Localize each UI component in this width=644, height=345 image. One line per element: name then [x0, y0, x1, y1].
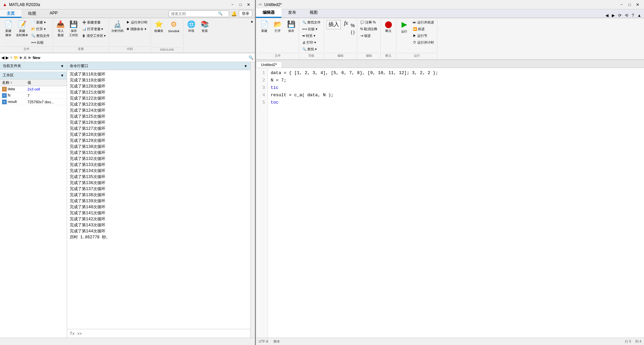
nav-back-button[interactable]: ◀	[1, 55, 4, 60]
open-button[interactable]: 📂 打开 ▾	[30, 26, 51, 32]
new-button[interactable]: 📄 新建 ▾	[30, 19, 51, 25]
resources-button[interactable]: 📚 资源	[198, 19, 211, 36]
tab-home[interactable]: 主页	[0, 9, 21, 18]
new-live-script-button[interactable]: 📝 新建实时脚本	[15, 19, 29, 38]
current-folder-menu-button[interactable]: ▼	[60, 64, 64, 68]
current-folder-label: 当前文件夹	[3, 63, 21, 68]
tab-publish[interactable]: 发布	[281, 8, 303, 18]
editor-indent-button[interactable]: ⇥ 缩进	[359, 33, 379, 39]
nav-folder-button[interactable]: 📁	[13, 55, 18, 60]
clear-workspace-button[interactable]: 🗑 清空工作区 ▾	[80, 33, 108, 39]
open-variable-button[interactable]: 📊 打开变量 ▾	[80, 26, 108, 32]
editor-breakpoint-button[interactable]: ⬤ 断点	[382, 19, 395, 36]
editor-save-button[interactable]: 💾 保存	[285, 19, 298, 36]
environment-button[interactable]: 🌐 环境	[185, 19, 198, 36]
editor-arrow-button[interactable]: ▲	[636, 13, 643, 18]
cmd-line: 完成了第126次循环	[70, 120, 248, 126]
file-tab-untitled2[interactable]: Untitled2*	[256, 61, 282, 68]
editor-goto-button[interactable]: ➡ 转至 ▾	[301, 33, 322, 39]
clear-command-button[interactable]: ✖ 清除命令 ▾	[125, 26, 149, 32]
editor-run-advance-button[interactable]: ⏭ 运行并前进	[411, 19, 436, 25]
editor-new-button[interactable]: 📄 新建	[258, 19, 271, 36]
code-line[interactable]: data = { [1, 2, 3, 4], [5, 6, 7, 8], [9,…	[271, 69, 641, 77]
code-line[interactable]: toc	[271, 99, 641, 106]
group-label-variable: 变量	[54, 46, 108, 51]
cmd-line: 完成了第142次循环	[70, 216, 248, 222]
editor-comment-button[interactable]: 💬 注释 %	[359, 19, 379, 25]
new-variable-button[interactable]: ➕ 新建变量	[80, 19, 108, 25]
code-line[interactable]: tic	[271, 84, 641, 92]
cmd-scrollbar[interactable]	[250, 62, 255, 338]
editor-ribbon-btn3[interactable]: ⟳	[617, 13, 623, 18]
code-content[interactable]: data = { [1, 2, 3, 4], [5, 6, 7, 8], [9,…	[268, 68, 644, 338]
run-and-time-button[interactable]: ▶ 运行并计时	[125, 19, 149, 25]
col-name[interactable]: 名称 ↑	[0, 79, 25, 86]
workspace-row[interactable]: nresult725760x7 dou...	[0, 99, 67, 105]
path-search-button[interactable]: 🔍	[249, 55, 254, 60]
login-button[interactable]: 登录	[239, 10, 252, 17]
col-value[interactable]: 值	[25, 79, 67, 86]
workspace-table: 名称 ↑ 值 cdata2x3 cellnN7nresult725760x7 d…	[0, 79, 67, 105]
bell-icon[interactable]: 🔔	[231, 11, 237, 16]
code-line[interactable]: result = c_a( data, N );	[271, 92, 641, 99]
path-separator2: ▶	[29, 55, 31, 60]
editor-advance-button[interactable]: ⏩ 前进	[411, 26, 436, 32]
new-script-button[interactable]: 📄 新建脚本	[2, 19, 15, 38]
folder-label: New	[33, 56, 40, 60]
editor-ribbon-btn4[interactable]: ⟲	[624, 13, 630, 18]
cmd-content[interactable]: 完成了第118次循环完成了第119次循环完成了第120次循环完成了第121次循环…	[67, 70, 250, 329]
compare-button[interactable]: ⟺ 比较	[30, 40, 51, 46]
editor-run-time-button[interactable]: ⏱ 运行并计时	[411, 40, 436, 46]
editor-ribbon-btn1[interactable]: ◀	[604, 13, 610, 18]
editor-bracket-button[interactable]: { }	[350, 29, 355, 35]
tab-view[interactable]: 视图	[303, 8, 324, 18]
cmd-label: 命令行窗口	[70, 63, 88, 68]
editor-maximize-button[interactable]: □	[626, 2, 633, 8]
left-ribbon-toolbar: 📄 新建脚本 📝 新建实时脚本 📄 新建 ▾ 📂 打开 ▾ 🔍 查找文件 ⟺ 比…	[0, 18, 255, 53]
workspace-var-name: nN	[0, 93, 25, 99]
editor-ribbon-btn2[interactable]: ▶	[610, 13, 616, 18]
workspace-menu-button[interactable]: ▼	[60, 73, 64, 77]
editor-find-files-button[interactable]: 🔍 查找文件	[301, 19, 322, 25]
editor-search-button[interactable]: 🔍 查找 ▾	[301, 46, 322, 52]
find-files-button[interactable]: 🔍 查找文件	[30, 33, 51, 39]
close-button[interactable]: ✕	[245, 2, 252, 8]
tab-editor[interactable]: 编辑器	[256, 8, 281, 18]
analyze-code-button[interactable]: 🔬 分析代码	[110, 19, 124, 36]
tab-app[interactable]: APP	[43, 9, 64, 18]
save-workspace-button[interactable]: 💾 保存工作区	[67, 19, 80, 38]
editor-insert-label-button[interactable]: 插入	[325, 19, 342, 36]
cmd-line: 完成了第132次循环	[70, 156, 248, 162]
ribbon-expand-button[interactable]: ▲	[250, 19, 254, 23]
editor-percent-button[interactable]: %	[350, 22, 355, 29]
code-line[interactable]: N = 7;	[271, 77, 641, 84]
editor-close-button[interactable]: ✕	[634, 2, 641, 8]
editor-help-button[interactable]: ?	[630, 13, 635, 18]
editor-run-button[interactable]: ▶ 运行	[398, 19, 411, 36]
workspace-row[interactable]: cdata2x3 cell	[0, 86, 67, 93]
editor-print-button[interactable]: 🖨 打印 ▾	[301, 40, 322, 46]
minimize-button[interactable]: －	[229, 2, 236, 8]
editor-uncomment-button[interactable]: % 取消注释	[359, 26, 379, 32]
nav-forward-button[interactable]: ▶	[6, 55, 9, 60]
import-data-button[interactable]: 📥 导入数据	[54, 19, 67, 38]
cmd-input[interactable]	[83, 331, 248, 336]
search-bar[interactable]: 🔍	[169, 10, 229, 17]
search-input[interactable]	[171, 12, 218, 16]
nav-up-button[interactable]: ↑	[10, 55, 12, 60]
editor-fx-button[interactable]: fx	[343, 19, 350, 36]
editor-run-section-button[interactable]: ▶ 运行节	[411, 33, 436, 39]
simulink-button[interactable]: ⚙ Simulink	[166, 19, 182, 36]
cmd-menu-button[interactable]: ▼	[244, 64, 248, 68]
tab-plot[interactable]: 绘图	[21, 9, 43, 18]
maximize-button[interactable]: □	[237, 2, 244, 8]
cmd-input-bar: fx >>	[67, 329, 250, 338]
ribbon-group-code: 🔬 分析代码 ▶ 运行并计时 ✖ 清除命令 ▾ 代码	[109, 19, 151, 52]
workspace-var-name: cdata	[0, 86, 25, 93]
workspace-row[interactable]: nN7	[0, 93, 67, 99]
editor-compare-button[interactable]: ⟺ 比较 ▾	[301, 26, 322, 32]
editor-minimize-button[interactable]: －	[618, 2, 625, 8]
editor-area: 12345 data = { [1, 2, 3, 4], [5, 6, 7, 8…	[256, 68, 644, 338]
favorites-button[interactable]: ⭐ 收藏夹	[152, 19, 165, 36]
editor-open-button[interactable]: 📂 打开	[271, 19, 284, 36]
